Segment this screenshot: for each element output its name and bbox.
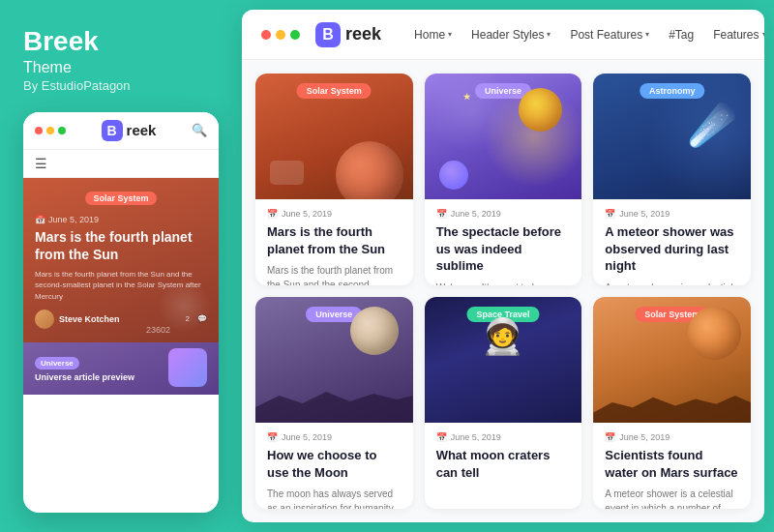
- card-moon-desc: The moon has always served as an inspira…: [267, 487, 402, 509]
- dot-red: [35, 127, 43, 134]
- navbar-links: Home ▾ Header Styles ▾ Post Features ▾ #…: [404, 10, 764, 60]
- astronaut-decor: 🧑‍🚀: [481, 316, 524, 357]
- mobile-preview: B reek 🔍 ☰ Solar System 📅 June 5, 2019 M…: [23, 112, 219, 513]
- navbar-window-dots: [261, 30, 300, 40]
- mars-planet-decor: [336, 141, 403, 199]
- main-panel: B reek Home ▾ Header Styles ▾ Post Featu…: [242, 10, 764, 522]
- card-solar-water-title: Scientists found water on Mars surface: [605, 447, 739, 481]
- card-solar-water-body: 📅 June 5, 2019 Scientists found water on…: [593, 423, 751, 509]
- card-astronomy-title: A meteor shower was observed during last…: [605, 223, 739, 275]
- card-moon-body: 📅 June 5, 2019 How we choose to use the …: [255, 423, 413, 509]
- mobile-card1-img: [158, 280, 211, 333]
- universe-planet2: [439, 161, 468, 190]
- nav-dot-red: [261, 30, 271, 40]
- calendar-icon6: 📅: [605, 432, 615, 442]
- card-astronomy[interactable]: Astronomy ☄️ 📅 June 5, 2019 A meteor sho…: [593, 74, 751, 285]
- card-solar-water-desc: A meteor shower is a celestial event in …: [605, 487, 739, 509]
- nav-link-header-styles[interactable]: Header Styles ▾: [461, 10, 560, 60]
- mobile-card1-date: 📅 June 5, 2019: [35, 215, 207, 224]
- card-mars-badge: Solar System: [297, 83, 372, 99]
- mobile-search-icon[interactable]: 🔍: [192, 123, 207, 137]
- card-moon-date: 📅 June 5, 2019: [267, 432, 402, 442]
- mobile-author: Steve Kotchen: [35, 310, 120, 329]
- brand-subtitle: Theme: [23, 59, 219, 76]
- mobile-card2-img: [168, 348, 207, 387]
- mobile-card1-title: Mars is the fourth planet from the Sun: [35, 228, 207, 263]
- card-moon[interactable]: Universe 📅 June 5, 2019 How we choose to…: [255, 297, 413, 509]
- card-mars-desc: Mars is the fourth planet from the Sun a…: [267, 263, 402, 285]
- card-solar-water-date: 📅 June 5, 2019: [605, 432, 739, 442]
- navbar-logo-text: reek: [345, 24, 381, 44]
- calendar-icon3: 📅: [605, 209, 615, 219]
- mobile-card2-title: Universe article preview: [35, 372, 161, 382]
- nav-link-tag[interactable]: #Tag: [659, 10, 703, 60]
- card-mars-img: Solar System: [255, 74, 413, 199]
- card-space-travel-date: 📅 June 5, 2019: [436, 432, 571, 442]
- calendar-icon: 📅: [35, 215, 45, 224]
- solar-silhouette: [593, 389, 751, 423]
- nav-link-features[interactable]: Features ▾: [703, 10, 764, 60]
- nav-dot-green: [290, 30, 300, 40]
- card-solar-water[interactable]: Solar System 📅 June 5, 2019 Scientists f…: [593, 297, 751, 509]
- mobile-card1-badge: Solar System: [85, 192, 156, 205]
- card-space-travel-body: 📅 June 5, 2019 What moon craters can tel…: [425, 423, 582, 496]
- navbar-logo-b: B: [315, 22, 341, 47]
- dot-yellow: [46, 127, 54, 134]
- solar-planet: [688, 307, 741, 360]
- calendar-icon4: 📅: [267, 432, 278, 442]
- features-chevron: ▾: [762, 30, 764, 39]
- card-astronomy-desc: A meteor shower is a celestial event in …: [605, 281, 739, 285]
- cards-grid: Solar System 📅 June 5, 2019 Mars is the …: [242, 60, 764, 522]
- mobile-window-dots: [35, 127, 66, 134]
- card-astronomy-img: Astronomy ☄️: [593, 74, 751, 199]
- navbar-logo[interactable]: B reek: [315, 22, 381, 47]
- card-mars[interactable]: Solar System 📅 June 5, 2019 Mars is the …: [255, 74, 413, 285]
- calendar-icon: 📅: [267, 209, 278, 219]
- card-mars-body: 📅 June 5, 2019 Mars is the fourth planet…: [255, 199, 413, 285]
- nav-link-post-features[interactable]: Post Features ▾: [560, 10, 659, 60]
- card-universe-desc: Welcome, It's great to have you here. We…: [436, 281, 571, 285]
- card-universe-title: The spectacle before us was indeed subli…: [436, 223, 571, 275]
- nav-dot-yellow: [276, 30, 285, 40]
- calendar-icon5: 📅: [436, 432, 447, 442]
- brand-title: Breek: [23, 27, 219, 57]
- hamburger-icon[interactable]: ☰: [35, 156, 47, 171]
- home-chevron: ▾: [448, 30, 452, 39]
- moon-circle: [350, 307, 399, 355]
- mars-rover-decor: [270, 161, 304, 185]
- moon-silhouette: [255, 384, 413, 423]
- mobile-topbar: B reek 🔍: [23, 112, 219, 150]
- mobile-logo-b: B: [102, 120, 123, 141]
- mobile-author-name: Steve Kotchen: [59, 314, 120, 324]
- nav-link-home[interactable]: Home ▾: [404, 10, 461, 60]
- dot-green: [58, 127, 66, 134]
- calendar-icon2: 📅: [436, 209, 447, 219]
- card-universe-body: 📅 June 5, 2019 The spectacle before us w…: [425, 199, 582, 285]
- brand-by: By EstudioPatagon: [23, 78, 219, 93]
- left-panel: Breek Theme By EstudioPatagon B reek 🔍 ☰…: [0, 0, 242, 532]
- mobile-avatar: [35, 310, 54, 329]
- mobile-card2-badge: Universe: [35, 357, 79, 369]
- mobile-card-2[interactable]: Universe Universe article preview: [23, 342, 219, 395]
- mobile-card-1[interactable]: Solar System 📅 June 5, 2019 Mars is the …: [23, 178, 219, 342]
- card-solar-water-img: Solar System: [593, 297, 751, 423]
- card-astronomy-body: 📅 June 5, 2019 A meteor shower was obser…: [593, 199, 751, 285]
- meteor-decor: ☄️: [688, 103, 736, 148]
- card-moon-img: Universe: [255, 297, 413, 423]
- navbar: B reek Home ▾ Header Styles ▾ Post Featu…: [242, 10, 764, 60]
- card-moon-title: How we choose to use the Moon: [267, 447, 402, 481]
- card-mars-date: 📅 June 5, 2019: [267, 209, 402, 219]
- header-chevron: ▾: [547, 30, 551, 39]
- card-astronomy-date: 📅 June 5, 2019: [605, 209, 739, 219]
- post-chevron: ▾: [645, 30, 649, 39]
- card-space-travel-title: What moon craters can tell: [436, 447, 571, 481]
- card-universe-date: 📅 June 5, 2019: [436, 209, 571, 219]
- card-mars-title: Mars is the fourth planet from the Sun: [267, 223, 402, 257]
- card-space-travel-img: Space Travel 🧑‍🚀: [425, 297, 582, 423]
- card-space-travel[interactable]: Space Travel 🧑‍🚀 📅 June 5, 2019 What moo…: [425, 297, 582, 509]
- mobile-logo-text: reek: [127, 122, 157, 138]
- mobile-card2-content: Universe Universe article preview: [35, 352, 161, 382]
- mobile-logo: B reek: [102, 120, 157, 141]
- card-universe-img: Universe: [425, 74, 582, 199]
- card-universe[interactable]: Universe 📅 June 5, 2019 The spectacle be…: [425, 74, 582, 285]
